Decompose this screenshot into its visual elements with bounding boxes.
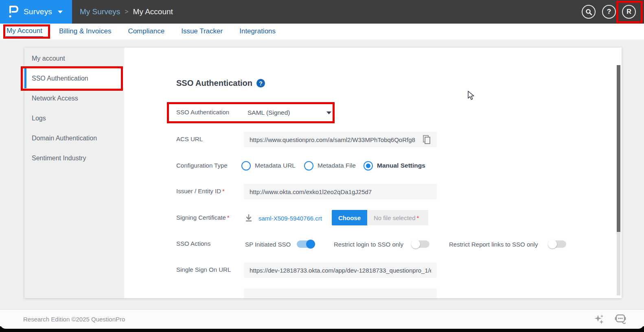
toggle-knob-icon	[548, 240, 557, 249]
settings-sidebar: My account SSO Authentication Network Ac…	[24, 48, 124, 298]
help-button[interactable]: ?	[602, 5, 616, 19]
breadcrumb-separator-icon: >	[125, 8, 128, 15]
choose-file-button[interactable]: Choose	[332, 210, 367, 225]
issuer-value: http://www.okta.com/exko1l2eo2qDa1gJ25d7	[250, 188, 372, 195]
restrict-login-label: Restrict login to SSO only	[334, 236, 403, 253]
radio-label: Metadata URL	[255, 162, 296, 169]
copy-icon	[422, 135, 431, 144]
row-single-sign-on-url: Single Sign On URL https://dev-12818733.…	[24, 262, 622, 279]
breadcrumb-parent[interactable]: My Surveys	[80, 7, 120, 16]
footer-icons	[594, 310, 627, 329]
sp-initiated-sso-toggle[interactable]	[297, 240, 315, 248]
support-chat-icon[interactable]	[614, 314, 627, 325]
row-issuer-entity-id: Issuer / Entity ID* http://www.okta.com/…	[24, 183, 622, 200]
radio-label: Metadata File	[318, 162, 356, 169]
radio-icon	[241, 161, 251, 170]
radio-label: Manual Settings	[377, 162, 425, 169]
row-sso-authentication: SSO Authentication SAML (Signed)	[24, 103, 622, 123]
no-file-text: No file selected	[374, 214, 416, 221]
sp-initiated-sso-label: SP Initiated SSO	[245, 236, 291, 253]
breadcrumb-current: My Account	[133, 7, 173, 16]
restrict-report-links-toggle[interactable]	[548, 240, 566, 248]
heading-help-button[interactable]: ?	[256, 79, 265, 87]
issuer-label: Issuer / Entity ID*	[176, 188, 225, 194]
tab-issue-tracker[interactable]: Issue Tracker	[180, 26, 223, 37]
copy-button[interactable]	[422, 135, 431, 144]
sidebar-item-label: Network Access	[32, 95, 78, 102]
required-asterisk: *	[222, 188, 225, 194]
acs-url-value: https://www.questionpro.com/a/saml2/W33M…	[250, 136, 415, 143]
signing-certificate-label: Signing Certificate*	[176, 214, 230, 221]
sso-select-label: SSO Authentication	[176, 109, 229, 116]
chevron-down-icon[interactable]	[326, 111, 331, 114]
sparkles-ai-icon[interactable]	[594, 314, 605, 325]
questionpro-app: Surveys My Surveys > My Account ? R My A…	[0, 0, 644, 332]
footer-copyright: Research Edition ©2025 QuestionPro	[23, 310, 125, 329]
settings-panel: My account SSO Authentication Network Ac…	[24, 48, 622, 298]
restrict-login-toggle[interactable]	[412, 240, 429, 248]
radio-manual-settings[interactable]: Manual Settings	[364, 158, 425, 173]
radio-metadata-url[interactable]: Metadata URL	[241, 158, 296, 173]
sidebar-item-label: My account	[32, 55, 65, 62]
scrollbar-track[interactable]	[617, 232, 620, 295]
radio-metadata-file[interactable]: Metadata File	[304, 158, 356, 173]
page-title: SSO Authentication	[176, 79, 252, 88]
footer: Research Edition ©2025 QuestionPro	[0, 309, 644, 329]
scrollbar-thumb[interactable]	[617, 65, 620, 232]
tab-integrations[interactable]: Integrations	[239, 26, 276, 37]
required-asterisk: *	[417, 214, 419, 221]
clipped-next-field[interactable]	[244, 288, 437, 298]
help-icon: ?	[607, 8, 611, 16]
single-sign-on-url-value: https://dev-12818733.okta.com/app/dev-12…	[250, 267, 431, 274]
row-signing-certificate: Signing Certificate* saml-X509-5940766.c…	[24, 210, 622, 227]
signing-certificate-label-text: Signing Certificate	[176, 214, 226, 221]
breadcrumb: My Surveys > My Account	[80, 0, 173, 24]
avatar[interactable]: R	[622, 5, 636, 19]
sso-type-select[interactable]: SAML (Signed)	[248, 103, 290, 123]
single-sign-on-url-label: Single Sign On URL	[176, 266, 231, 273]
row-sso-actions: SSO Actions SP Initiated SSO Restrict lo…	[24, 236, 622, 253]
acs-url-label: ACS URL	[176, 135, 203, 142]
acs-url-field: https://www.questionpro.com/a/saml2/W33M…	[244, 132, 437, 147]
sso-actions-label: SSO Actions	[176, 240, 210, 247]
issuer-entity-id-field[interactable]: http://www.okta.com/exko1l2eo2qDa1gJ25d7	[244, 184, 437, 199]
page-heading: SSO Authentication ?	[176, 79, 265, 88]
row-configuration-type: Configuration Type Metadata URL Metadata…	[24, 158, 622, 173]
radio-icon	[304, 161, 313, 170]
product-switcher[interactable]: Surveys	[0, 0, 72, 24]
issuer-label-text: Issuer / Entity ID	[176, 188, 221, 194]
toggle-knob-icon	[306, 240, 315, 249]
search-icon	[585, 9, 592, 15]
certificate-file-link[interactable]: saml-X509-5940766.crt	[258, 210, 322, 227]
avatar-initial: R	[626, 8, 631, 15]
product-name: Surveys	[24, 7, 52, 16]
product-caret-icon	[58, 11, 63, 13]
account-tabbar: My Account Billing & Invoices Compliance…	[0, 24, 644, 39]
download-icon	[245, 214, 253, 223]
sidebar-item-label: SSO Authentication	[32, 75, 88, 82]
download-certificate-button[interactable]	[245, 214, 253, 224]
sidebar-item-sso-authentication[interactable]: SSO Authentication	[24, 68, 124, 88]
configuration-type-label: Configuration Type	[176, 162, 228, 169]
top-header: Surveys My Surveys > My Account ? R	[0, 0, 644, 24]
tab-compliance[interactable]: Compliance	[127, 26, 165, 37]
toggle-knob-icon	[411, 240, 420, 249]
restrict-report-links-label: Restrict Report links to SSO only	[449, 236, 538, 253]
row-acs-url: ACS URL https://www.questionpro.com/a/sa…	[24, 131, 622, 148]
tab-my-account[interactable]: My Account	[6, 26, 43, 37]
single-sign-on-url-field[interactable]: https://dev-12818733.okta.com/app/dev-12…	[244, 262, 437, 278]
questionpro-logo-icon	[8, 4, 19, 19]
tab-billing-invoices[interactable]: Billing & Invoices	[58, 26, 112, 37]
sidebar-item-my-account[interactable]: My account	[24, 48, 124, 68]
question-icon: ?	[259, 80, 263, 87]
search-button[interactable]	[582, 5, 596, 19]
required-asterisk: *	[227, 214, 230, 221]
no-file-selected-text: No file selected*	[367, 210, 428, 225]
radio-checked-icon	[364, 161, 373, 170]
